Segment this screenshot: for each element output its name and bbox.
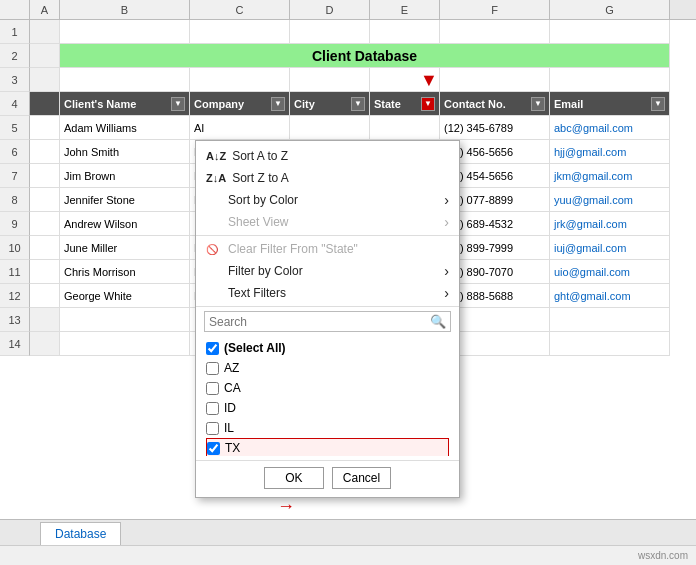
checkbox-id[interactable]: ID — [206, 398, 449, 418]
checkbox-tx[interactable]: TX — [206, 438, 449, 456]
cell-14g — [550, 332, 670, 356]
cell-14a — [30, 332, 60, 356]
row-num-14: 14 — [0, 332, 30, 356]
checkbox-az-input[interactable] — [206, 362, 219, 375]
ok-button[interactable]: OK — [264, 467, 324, 489]
filter-btn-email[interactable]: ▼ — [651, 97, 665, 111]
cell-7b: Jim Brown — [60, 164, 190, 188]
cell-5f: (12) 345-6789 — [440, 116, 550, 140]
checkbox-tx-input[interactable] — [207, 442, 220, 455]
cell-3f — [440, 68, 550, 92]
cell-9g: jrk@gmail.com — [550, 212, 670, 236]
cell-1g — [550, 20, 670, 44]
header-name: Client's Name ▼ — [60, 92, 190, 116]
cell-5g: abc@gmail.com — [550, 116, 670, 140]
cell-5d — [290, 116, 370, 140]
sort-by-color-item[interactable]: Sort by Color — [196, 189, 459, 211]
row-num-4: 4 — [0, 92, 30, 116]
cell-3a — [30, 68, 60, 92]
filter-btn-contact[interactable]: ▼ — [531, 97, 545, 111]
checkbox-ca[interactable]: CA — [206, 378, 449, 398]
grid-row-1: 1 — [0, 20, 696, 44]
cell-13b — [60, 308, 190, 332]
filter-btn-company[interactable]: ▼ — [271, 97, 285, 111]
header-email: Email ▼ — [550, 92, 670, 116]
checkbox-il-input[interactable] — [206, 422, 219, 435]
checkbox-az[interactable]: AZ — [206, 358, 449, 378]
row-num-10: 10 — [0, 236, 30, 260]
sort-az-item[interactable]: A↓Z Sort A to Z — [196, 145, 459, 167]
col-header-a: A — [30, 0, 60, 19]
row-num-11: 11 — [0, 260, 30, 284]
sheet-tab-database[interactable]: Database — [40, 522, 121, 545]
checkbox-ca-input[interactable] — [206, 382, 219, 395]
cell-9a — [30, 212, 60, 236]
state-column-arrow: ▼ — [420, 70, 438, 91]
title-cell: Client Database — [60, 44, 670, 68]
sort-za-icon: Z↓A — [206, 172, 226, 184]
grid-row-4: 4 Client's Name ▼ Company ▼ City ▼ State… — [0, 92, 696, 116]
cell-7g: jkm@gmail.com — [550, 164, 670, 188]
col-header-d: D — [290, 0, 370, 19]
row-num-9: 9 — [0, 212, 30, 236]
search-icon: 🔍 — [430, 314, 446, 329]
filter-btn-state[interactable]: ▼ — [421, 97, 435, 111]
cell-11g: uio@gmail.com — [550, 260, 670, 284]
cancel-button[interactable]: Cancel — [332, 467, 391, 489]
excel-window: A B C D E F G ▼ A↓Z Sort A to Z Z↓A Sort… — [0, 0, 696, 565]
row-num-13: 13 — [0, 308, 30, 332]
cell-3b — [60, 68, 190, 92]
sort-az-icon: A↓Z — [206, 150, 226, 162]
clear-filter-item: 🚫 Clear Filter From "State" — [196, 238, 459, 260]
row-num-7: 7 — [0, 164, 30, 188]
cell-10a — [30, 236, 60, 260]
header-state: State ▼ — [370, 92, 440, 116]
cell-12g: ght@gmail.com — [550, 284, 670, 308]
search-box[interactable]: 🔍 — [204, 311, 451, 332]
sort-za-item[interactable]: Z↓A Sort Z to A — [196, 167, 459, 189]
filter-btn-city[interactable]: ▼ — [351, 97, 365, 111]
select-all-checkbox[interactable] — [206, 342, 219, 355]
search-input[interactable] — [209, 315, 430, 329]
cell-8a — [30, 188, 60, 212]
cell-6a — [30, 140, 60, 164]
row-num-3: 3 — [0, 68, 30, 92]
status-bar: wsxdn.com — [0, 545, 696, 565]
cell-3c — [190, 68, 290, 92]
row-num-5: 5 — [0, 116, 30, 140]
grid-row-2: 2 Client Database — [0, 44, 696, 68]
filter-btn-name[interactable]: ▼ — [171, 97, 185, 111]
cell-1a — [30, 20, 60, 44]
sheet-view-item: Sheet View — [196, 211, 459, 233]
cell-12a — [30, 284, 60, 308]
row-num-6: 6 — [0, 140, 30, 164]
header-city: City ▼ — [290, 92, 370, 116]
text-filters-item[interactable]: Text Filters — [196, 282, 459, 304]
col-header-b: B — [60, 0, 190, 19]
cell-3g — [550, 68, 670, 92]
cell-8b: Jennifer Stone — [60, 188, 190, 212]
col-header-c: C — [190, 0, 290, 19]
cell-6b: John Smith — [60, 140, 190, 164]
cell-14b — [60, 332, 190, 356]
cell-1b — [60, 20, 190, 44]
checkbox-il[interactable]: IL — [206, 418, 449, 438]
separator-1 — [196, 235, 459, 236]
cell-10g: iuj@gmail.com — [550, 236, 670, 260]
cell-5b: Adam Williams — [60, 116, 190, 140]
filter-dropdown: A↓Z Sort A to Z Z↓A Sort Z to A Sort by … — [195, 140, 460, 498]
cell-6g: hjj@gmail.com — [550, 140, 670, 164]
row-num-12: 12 — [0, 284, 30, 308]
cell-9b: Andrew Wilson — [60, 212, 190, 236]
spreadsheet-wrapper: ▼ A↓Z Sort A to Z Z↓A Sort Z to A Sort b… — [0, 20, 696, 519]
checkbox-list: (Select All) AZ CA ID IL — [196, 336, 459, 456]
filter-by-color-item[interactable]: Filter by Color — [196, 260, 459, 282]
select-all-item[interactable]: (Select All) — [206, 338, 449, 358]
header-company: Company ▼ — [190, 92, 290, 116]
cell-11a — [30, 260, 60, 284]
col-header-g: G — [550, 0, 670, 19]
cell-1e — [370, 20, 440, 44]
status-brand: wsxdn.com — [638, 550, 688, 561]
cell-10b: June Miller — [60, 236, 190, 260]
checkbox-id-input[interactable] — [206, 402, 219, 415]
